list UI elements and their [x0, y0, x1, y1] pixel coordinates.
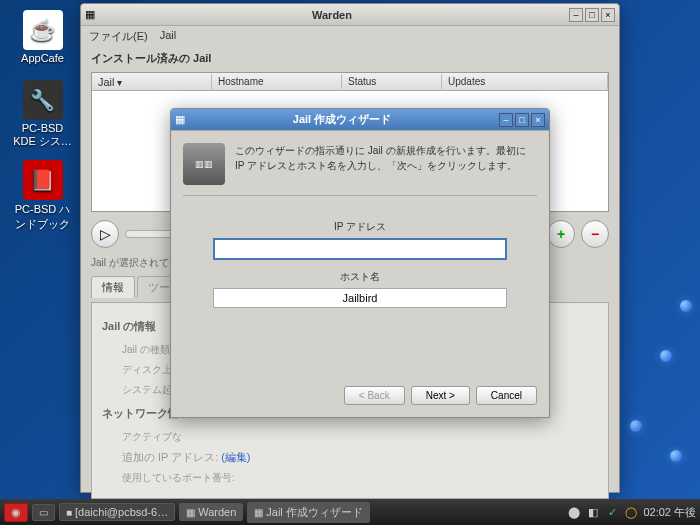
add-button[interactable]: +: [547, 220, 575, 248]
tray-icon[interactable]: ◧: [586, 505, 600, 519]
taskbar-warden[interactable]: ▦ Warden: [179, 503, 243, 521]
section-label: インストール済みの Jail: [81, 47, 619, 70]
host-input[interactable]: [213, 288, 507, 308]
col-status[interactable]: Status: [342, 74, 442, 89]
wrench-icon: 🔧: [23, 80, 63, 120]
wizard-icon: ▦: [175, 113, 185, 126]
wizard-titlebar[interactable]: ▦ Jail 作成ウィザード –□×: [171, 109, 549, 131]
info-row: 追加の IP アドレス: (編集): [102, 447, 598, 468]
ip-label: IP アドレス: [213, 220, 507, 234]
close-button[interactable]: ×: [601, 8, 615, 22]
tab-info[interactable]: 情報: [91, 276, 135, 298]
back-button: < Back: [344, 386, 405, 405]
jail-icon: ▥▥: [183, 143, 225, 185]
tray-icon[interactable]: ◯: [624, 505, 638, 519]
col-jail[interactable]: Jail ▾: [92, 74, 212, 90]
edit-link[interactable]: (編集): [221, 451, 250, 463]
start-button[interactable]: ◉: [4, 503, 28, 522]
col-updates[interactable]: Updates: [442, 74, 608, 89]
desktop-icon-appcafe[interactable]: ☕AppCafe: [10, 10, 75, 64]
menubar: ファイル(E) Jail: [81, 26, 619, 47]
taskbar-wizard[interactable]: ▦ Jail 作成ウィザード: [247, 502, 370, 523]
desktop-icon-kde[interactable]: 🔧PC-BSD KDE シス…: [10, 80, 75, 149]
info-row: アクティブな: [102, 427, 598, 447]
close-button[interactable]: ×: [531, 113, 545, 127]
info-row: 使用しているポート番号:: [102, 468, 598, 488]
host-label: ホスト名: [213, 270, 507, 284]
wizard-intro: このウィザードの指示通りに Jail の新規作成を行います。最初に IP アドレ…: [235, 143, 537, 185]
menu-jail[interactable]: Jail: [160, 29, 177, 44]
app-icon: ▦: [85, 8, 95, 21]
clock[interactable]: 02:02 午後: [643, 505, 696, 520]
show-desktop[interactable]: ▭: [32, 504, 55, 521]
tray-icon[interactable]: ⬤: [567, 505, 581, 519]
next-button[interactable]: Next >: [411, 386, 470, 405]
play-button[interactable]: ▷: [91, 220, 119, 248]
taskbar: ◉ ▭ ■ [daichi@pcbsd-6… ▦ Warden ▦ Jail 作…: [0, 499, 700, 525]
maximize-button[interactable]: □: [515, 113, 529, 127]
wizard-window: ▦ Jail 作成ウィザード –□× ▥▥ このウィザードの指示通りに Jail…: [170, 108, 550, 418]
maximize-button[interactable]: □: [585, 8, 599, 22]
cancel-button[interactable]: Cancel: [476, 386, 537, 405]
pdf-icon: 📕: [23, 160, 63, 200]
desktop-icon-handbook[interactable]: 📕PC-BSD ハンドブック: [10, 160, 75, 232]
ip-input[interactable]: [213, 238, 507, 260]
tray-icon[interactable]: ✓: [605, 505, 619, 519]
minimize-button[interactable]: –: [499, 113, 513, 127]
system-tray: ⬤ ◧ ✓ ◯ 02:02 午後: [567, 505, 696, 520]
remove-button[interactable]: −: [581, 220, 609, 248]
coffee-icon: ☕: [23, 10, 63, 50]
menu-file[interactable]: ファイル(E): [89, 29, 148, 44]
titlebar[interactable]: ▦ Warden –□×: [81, 4, 619, 26]
wizard-title: Jail 作成ウィザード: [185, 112, 499, 127]
taskbar-terminal[interactable]: ■ [daichi@pcbsd-6…: [59, 503, 175, 521]
window-title: Warden: [95, 9, 569, 21]
col-hostname[interactable]: Hostname: [212, 74, 342, 89]
minimize-button[interactable]: –: [569, 8, 583, 22]
